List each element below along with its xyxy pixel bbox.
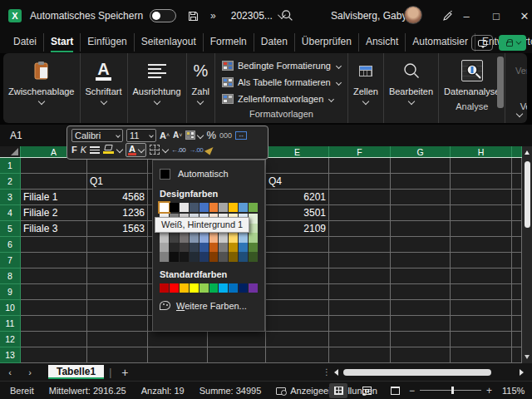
pen-icon[interactable] (441, 10, 454, 22)
row-header-8[interactable]: 8 (0, 268, 21, 284)
tab-überprüfen[interactable]: Überprüfen (295, 33, 359, 52)
count-status[interactable]: Anzahl: 19 (141, 386, 185, 396)
cell-A1[interactable] (21, 158, 87, 174)
standard-swatch-5[interactable] (209, 283, 219, 293)
cell-E9[interactable] (266, 284, 329, 300)
standard-swatch-4[interactable] (200, 283, 209, 293)
theme-swatch-3[interactable] (190, 203, 199, 212)
cell-x5[interactable] (512, 221, 522, 237)
cell-F13[interactable] (329, 347, 391, 363)
cell-A2[interactable] (21, 174, 87, 190)
sheet-tab-tabelle1[interactable]: Tabelle1 (48, 365, 104, 379)
cell-B1[interactable] (87, 158, 148, 174)
zoom-out-button[interactable]: − (409, 385, 415, 397)
cell-G12[interactable] (391, 332, 451, 347)
increase-font-button[interactable]: A˄ (160, 131, 170, 140)
increase-decimal-button[interactable]: ←.00 (171, 146, 185, 154)
tab-start[interactable]: Start (44, 33, 81, 52)
tab-seitenlayout[interactable]: Seitenlayout (135, 33, 204, 52)
cell-H1[interactable] (451, 158, 512, 174)
tint-r2-swatch-1[interactable] (170, 233, 179, 243)
tint-r3-swatch-2[interactable] (180, 243, 189, 253)
tint-r3-swatch-0[interactable] (160, 243, 169, 253)
theme-swatch-6[interactable] (219, 203, 228, 212)
cell-B6[interactable] (87, 237, 148, 253)
row-header-2[interactable]: 2 (0, 174, 21, 190)
comma-style-button[interactable]: 000 (219, 131, 232, 140)
clipboard-group-button[interactable]: Zwischenablage (3, 53, 81, 123)
cell-A12[interactable] (21, 332, 87, 347)
standard-swatch-1[interactable] (170, 283, 179, 293)
save-icon[interactable] (188, 11, 199, 22)
tint-r4-swatch-2[interactable] (180, 252, 189, 262)
conditional-formatting-button[interactable]: Bedingte Formatierung (222, 57, 341, 74)
borders-button[interactable] (150, 145, 160, 155)
cell-H6[interactable] (451, 237, 512, 253)
minimize-button[interactable]: – (454, 0, 479, 32)
cell-C13[interactable] (148, 347, 208, 363)
sum-status[interactable]: Summe: 34995 (200, 386, 262, 396)
cell-E6[interactable] (266, 237, 329, 253)
cell-x13[interactable] (512, 347, 522, 363)
row-header-6[interactable]: 6 (0, 237, 21, 253)
cell-H7[interactable] (451, 253, 512, 268)
cell-D13[interactable] (208, 347, 266, 363)
cell-F7[interactable] (329, 253, 391, 268)
cell-H8[interactable] (451, 268, 512, 284)
tint-r3-swatch-8[interactable] (239, 243, 248, 253)
close-button[interactable]: ✕ (512, 0, 532, 32)
fill-color-dropdown-arrow[interactable] (116, 146, 123, 153)
number-group-button[interactable]: % Zahl (187, 53, 215, 123)
row-header-1[interactable]: 1 (0, 158, 21, 174)
bold-button[interactable]: F (71, 145, 77, 155)
autosave-toggle[interactable] (150, 9, 176, 22)
cell-E10[interactable] (266, 300, 329, 316)
scroll-right-icon[interactable] (520, 369, 524, 376)
cell-x6[interactable] (512, 237, 522, 253)
font-color-dropdown-arrow[interactable] (138, 146, 145, 153)
theme-swatch-8[interactable] (239, 203, 248, 212)
cell-x1[interactable] (512, 158, 522, 174)
cell-B4[interactable]: 1236 (87, 205, 148, 221)
standard-swatch-8[interactable] (239, 283, 248, 293)
align-button[interactable] (90, 146, 100, 154)
tint-r2-swatch-8[interactable] (239, 233, 248, 243)
standard-swatch-2[interactable] (180, 283, 189, 293)
cell-x9[interactable] (512, 284, 522, 300)
quick-access-overflow[interactable]: » (210, 10, 216, 22)
cell-B13[interactable] (87, 347, 148, 363)
cell-F2[interactable] (329, 174, 391, 190)
borders-dropdown-arrow[interactable] (162, 146, 169, 153)
standard-swatch-6[interactable] (219, 283, 228, 293)
collapse-ribbon-button[interactable] (517, 108, 522, 118)
theme-swatch-0[interactable] (160, 203, 169, 212)
cell-G9[interactable] (391, 284, 451, 300)
cell-x7[interactable] (512, 253, 522, 268)
column-header-F[interactable]: F (329, 146, 391, 157)
cell-H3[interactable] (451, 190, 512, 205)
cell-x3[interactable] (512, 190, 522, 205)
cell-F6[interactable] (329, 237, 391, 253)
zoom-slider-handle[interactable] (451, 387, 454, 394)
fill-color-button[interactable] (103, 145, 114, 155)
cell-E7[interactable] (266, 253, 329, 268)
cell-E13[interactable] (266, 347, 329, 363)
cell-A11[interactable] (21, 316, 87, 332)
tint-r4-swatch-6[interactable] (219, 252, 228, 262)
cell-G8[interactable] (391, 268, 451, 284)
tab-ansicht[interactable]: Ansicht (359, 33, 406, 52)
row-header-10[interactable]: 10 (0, 300, 21, 316)
horizontal-scroll-thumb[interactable] (343, 369, 491, 376)
cell-F11[interactable] (329, 316, 391, 332)
scroll-left-icon[interactable] (334, 369, 338, 376)
cell-F4[interactable] (329, 205, 391, 221)
tint-r3-swatch-9[interactable] (249, 243, 258, 253)
average-status[interactable]: Mittelwert: 2916.25 (49, 386, 126, 396)
user-name[interactable]: Salvisberg, Gaby (331, 10, 406, 22)
tint-r2-swatch-7[interactable] (229, 233, 238, 243)
name-box[interactable]: A1 (0, 130, 58, 141)
tint-r2-swatch-0[interactable] (160, 233, 169, 243)
cell-A7[interactable] (21, 253, 87, 268)
cell-x11[interactable] (512, 316, 522, 332)
cell-F8[interactable] (329, 268, 391, 284)
